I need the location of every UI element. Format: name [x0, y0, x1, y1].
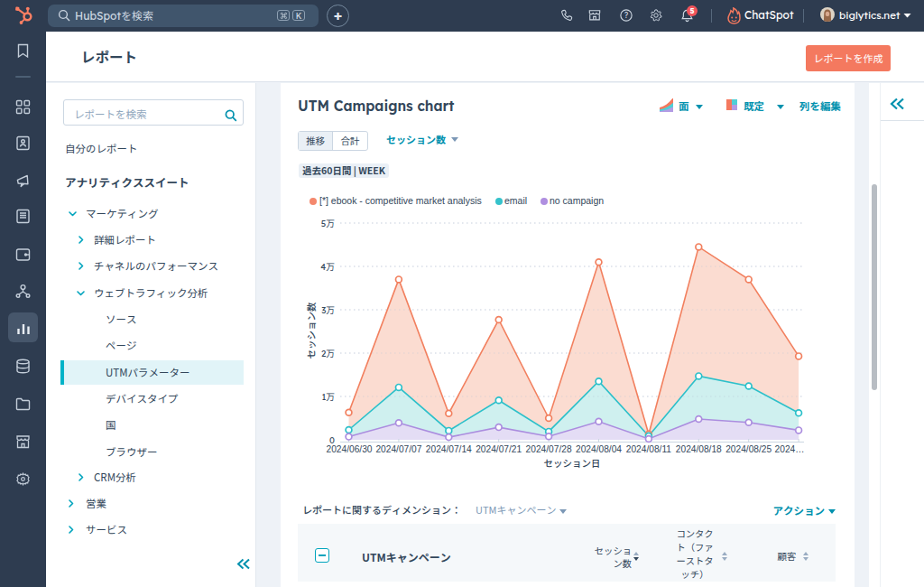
svg-text:セッション日: セッション日	[544, 456, 601, 470]
svg-text:2024/07/07: 2024/07/07	[375, 444, 421, 454]
svg-text:2024/08/04: 2024/08/04	[576, 444, 622, 454]
svg-text:2万: 2万	[321, 348, 335, 359]
svg-text:2024/07/21: 2024/07/21	[476, 444, 522, 454]
svg-text:5万: 5万	[321, 218, 336, 228]
svg-text:?: ?	[624, 11, 628, 20]
svg-text:4万: 4万	[320, 261, 335, 272]
svg-text:セッション数: セッション数	[304, 302, 318, 359]
svg-text:2024/08/11: 2024/08/11	[626, 444, 672, 454]
svg-text:1万: 1万	[321, 391, 335, 402]
svg-text:2024/07/28: 2024/07/28	[526, 444, 572, 454]
svg-text:2024/06/30: 2024/06/30	[327, 444, 373, 454]
svg-text:3万: 3万	[321, 304, 335, 315]
svg-text:2024/08/25: 2024/08/25	[725, 444, 772, 454]
svg-text:2024…: 2024…	[775, 444, 805, 454]
svg-text:2024/08/18: 2024/08/18	[676, 444, 722, 454]
svg-text:2024/07/14: 2024/07/14	[426, 444, 472, 454]
